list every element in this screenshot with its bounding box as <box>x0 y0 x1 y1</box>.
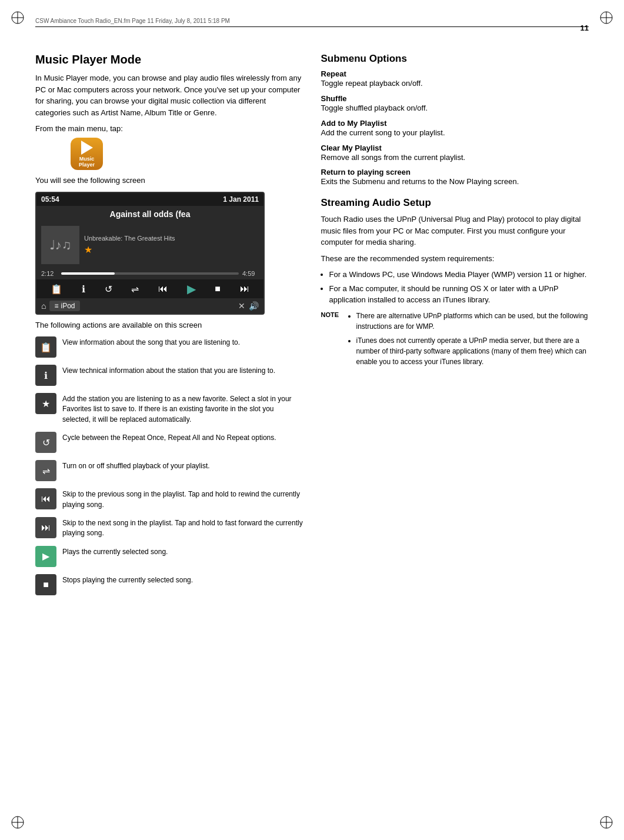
submenu-item-title-3: Clear My Playlist <box>321 144 589 152</box>
section-title: Music Player Mode <box>35 53 303 66</box>
streaming-body1: Touch Radio uses the UPnP (Universal Plu… <box>321 214 589 248</box>
screen-header: 05:54 1 Jan 2011 <box>36 193 263 206</box>
screen-controls: 📋 ℹ ↺ ⇌ ⏮ ▶ ■ ⏭ <box>36 279 263 298</box>
screen-date: 1 Jan 2011 <box>223 195 259 204</box>
action-text-2: Add the station you are listening to as … <box>62 393 303 425</box>
header-text: CSW Ambiance Touch Radio_EN.fm Page 11 F… <box>35 18 230 24</box>
action-icon-1: ℹ <box>35 365 56 386</box>
action-text-3: Cycle between the Repeat Once, Repeat Al… <box>62 432 276 443</box>
action-icon-7: ▶ <box>35 546 56 567</box>
album-art: ♩♪♫ <box>41 226 79 264</box>
action-text-0: View information about the song that you… <box>62 336 240 348</box>
repeat-button[interactable]: ↺ <box>105 284 112 295</box>
note-bullets: There are alternative UPnP platforms whi… <box>356 311 589 367</box>
submenu-item-title-4: Return to playing screen <box>321 168 589 176</box>
submenu-item-0: RepeatToggle repeat playback on/off. <box>321 69 589 89</box>
info-button[interactable]: 📋 <box>51 284 62 295</box>
action-text-6: Skip to the next song in the playlist. T… <box>62 517 303 539</box>
action-text-1: View technical information about the sta… <box>62 365 275 376</box>
action-icon-3: ↺ <box>35 432 56 453</box>
note-content: There are alternative UPnP platforms whi… <box>349 311 589 371</box>
streaming-body2: These are the recommended system require… <box>321 253 589 265</box>
time-elapsed: 2:12 <box>41 270 58 277</box>
screen-song-title: Against all odds (fea <box>36 206 263 222</box>
submenu-item-desc-4: Exits the Submenu and returns to the Now… <box>321 176 589 188</box>
progress-track <box>61 272 239 275</box>
action-row: 📋View information about the song that yo… <box>35 336 303 358</box>
action-icon-6: ⏭ <box>35 517 56 538</box>
submenu-item-1: ShuffleToggle shuffled playback on/off. <box>321 94 589 114</box>
menu-label: From the main menu, tap: <box>35 124 303 133</box>
play-triangle-icon <box>81 141 93 155</box>
submenu-item-desc-2: Add the current song to your playlist. <box>321 128 589 139</box>
note-bullet-1: iTunes does not currently operate a UPnP… <box>356 335 589 367</box>
submenu-item-title-1: Shuffle <box>321 94 589 103</box>
screen-star-icon: ★ <box>84 244 259 255</box>
screen-progress-bar: 2:12 4:59 <box>36 268 263 279</box>
action-icon-0: 📋 <box>35 336 56 358</box>
intro-text: In Music Player mode, you can browse and… <box>35 72 303 118</box>
screen-album-name: Unbreakable: The Greatest Hits <box>84 235 259 242</box>
time-total: 4:59 <box>242 270 259 277</box>
submenu-item-desc-1: Toggle shuffled playback on/off. <box>321 103 589 114</box>
submenu-item-title-2: Add to My Playlist <box>321 119 589 128</box>
note-bullet-0: There are alternative UPnP platforms whi… <box>356 311 589 332</box>
actions-caption: The following actions are available on t… <box>35 321 303 329</box>
action-text-8: Stops playing the currently selected son… <box>62 574 193 585</box>
main-content: Music Player Mode In Music Player mode, … <box>35 53 589 602</box>
menu-icon: ≡ <box>54 302 58 310</box>
action-row: ⇌Turn on or off shuffled playback of you… <box>35 460 303 481</box>
music-player-icon-container: MusicPlayer <box>71 138 303 170</box>
action-row: ▶Plays the currently selected song. <box>35 546 303 567</box>
note-box: NOTE There are alternative UPnP platform… <box>321 311 589 371</box>
action-row: ★Add the station you are listening to as… <box>35 393 303 425</box>
play-button[interactable]: ▶ <box>187 282 196 296</box>
action-row: ⏮Skip to the previous song in the playli… <box>35 488 303 510</box>
corner-mark-tr <box>598 9 615 26</box>
progress-fill <box>61 272 115 275</box>
volume-icon[interactable]: 🔊 <box>249 301 259 311</box>
music-player-icon: MusicPlayer <box>71 138 103 170</box>
close-icon[interactable]: ✕ <box>238 301 245 311</box>
action-text-4: Turn on or off shuffled playback of your… <box>62 460 210 471</box>
next-button[interactable]: ⏭ <box>240 284 249 294</box>
header-bar: CSW Ambiance Touch Radio_EN.fm Page 11 F… <box>35 18 589 27</box>
corner-mark-br <box>598 814 615 831</box>
action-row: ■Stops playing the currently selected so… <box>35 574 303 595</box>
left-column: Music Player Mode In Music Player mode, … <box>35 53 303 602</box>
action-row: ℹView technical information about the st… <box>35 365 303 386</box>
streaming-bullet-1: For a Mac computer, it should be running… <box>329 283 589 306</box>
page-number: 11 <box>580 24 589 32</box>
screen-mockup: 05:54 1 Jan 2011 Against all odds (fea ♩… <box>35 192 265 315</box>
action-row: ⏭Skip to the next song in the playlist. … <box>35 517 303 539</box>
screen-album-info: Unbreakable: The Greatest Hits ★ <box>84 235 259 255</box>
action-icon-5: ⏮ <box>35 488 56 509</box>
corner-mark-tl <box>9 9 26 26</box>
submenu-title: Submenu Options <box>321 53 589 65</box>
ipod-text: iPod <box>61 302 75 310</box>
submenu-item-desc-3: Remove all songs from the current playli… <box>321 152 589 164</box>
screen-caption: You will see the following screen <box>35 176 303 185</box>
streaming-bullet-0: For a Windows PC, use Windows Media Play… <box>329 269 589 281</box>
ipod-label: ≡ iPod <box>49 301 79 311</box>
stop-button[interactable]: ■ <box>215 284 221 294</box>
action-row: ↺Cycle between the Repeat Once, Repeat A… <box>35 432 303 453</box>
note-label: NOTE <box>321 311 343 371</box>
action-icon-4: ⇌ <box>35 460 56 481</box>
detail-button[interactable]: ℹ <box>82 284 85 295</box>
action-rows: 📋View information about the song that yo… <box>35 336 303 595</box>
submenu-item-2: Add to My PlaylistAdd the current song t… <box>321 119 589 139</box>
streaming-title: Streaming Audio Setup <box>321 197 589 209</box>
shuffle-button[interactable]: ⇌ <box>131 284 139 295</box>
submenu-item-3: Clear My PlaylistRemove all songs from t… <box>321 144 589 164</box>
action-icon-8: ■ <box>35 574 56 595</box>
submenu-item-title-0: Repeat <box>321 69 589 78</box>
submenu-item-4: Return to playing screenExits the Submen… <box>321 168 589 188</box>
screen-time: 05:54 <box>41 195 59 204</box>
prev-button[interactable]: ⏮ <box>158 284 168 294</box>
right-column: Submenu Options RepeatToggle repeat play… <box>321 53 589 602</box>
home-icon[interactable]: ⌂ <box>41 301 46 311</box>
submenu-item-desc-0: Toggle repeat playback on/off. <box>321 78 589 89</box>
action-icon-2: ★ <box>35 393 56 414</box>
streaming-bullets: For a Windows PC, use Windows Media Play… <box>329 269 589 306</box>
